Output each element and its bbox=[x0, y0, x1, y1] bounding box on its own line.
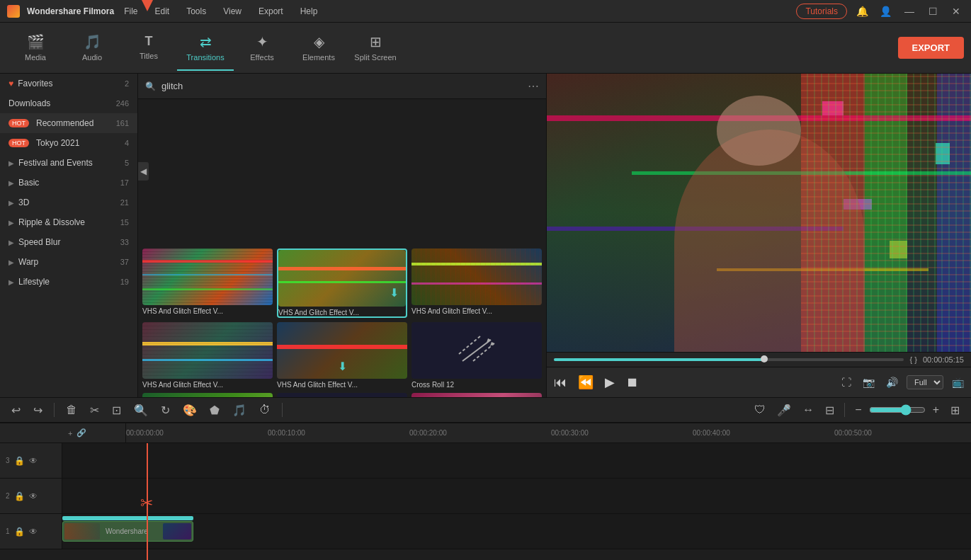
track-eye-1[interactable]: 👁 bbox=[29, 527, 38, 537]
3d-chevron-icon: ▶ bbox=[8, 199, 14, 207]
undo-button[interactable]: ↩ bbox=[7, 401, 25, 420]
thumb-img-9: ♥ bbox=[411, 393, 542, 398]
time-mark-30: 00:00:30:00 bbox=[551, 429, 693, 437]
panel-favorites[interactable]: ♥ Favorites 2 bbox=[0, 74, 137, 93]
track-content-1[interactable]: Wondershare bbox=[62, 514, 971, 549]
panel-warp[interactable]: ▶ Warp 37 bbox=[0, 252, 137, 272]
thumbnail-5[interactable]: ⬇ VHS And Glitch Effect V... bbox=[277, 322, 407, 389]
ripple-chevron-icon: ▶ bbox=[8, 219, 14, 227]
grid-options-icon[interactable]: ⋯ bbox=[528, 79, 539, 93]
track-eye-3[interactable]: 👁 bbox=[29, 456, 38, 466]
video-clip-1[interactable]: Wondershare bbox=[62, 521, 193, 542]
panel-lifestyle[interactable]: ▶ Lifestyle 19 bbox=[0, 272, 137, 292]
render-preview-icon[interactable]: 📺 bbox=[949, 374, 967, 391]
panel-speed-blur[interactable]: ▶ Speed Blur 33 bbox=[0, 232, 137, 252]
zoom-in-icon[interactable]: + bbox=[929, 401, 943, 419]
download-icon-2: ⬇ bbox=[390, 286, 399, 299]
quality-select[interactable]: Full 1/2 1/4 bbox=[907, 375, 943, 389]
cut-button[interactable]: ✂ bbox=[86, 401, 103, 420]
tutorials-button[interactable]: Tutorials bbox=[796, 4, 847, 19]
thumbnail-8[interactable]: VHS And Glitch Effect... bbox=[277, 393, 407, 398]
zoom-out-icon[interactable]: − bbox=[851, 401, 865, 419]
toolbar-audio[interactable]: 🎵 Audio bbox=[64, 25, 120, 71]
panel-basic[interactable]: ▶ Basic 17 bbox=[0, 173, 137, 193]
toolbar-titles[interactable]: T Titles bbox=[120, 25, 177, 71]
shield-icon[interactable]: 🛡 bbox=[750, 401, 770, 419]
panel-ripple[interactable]: ▶ Ripple & Dissolve 15 bbox=[0, 212, 137, 232]
panel-tokyo-left: HOT Tokyo 2021 bbox=[8, 138, 79, 148]
minimize-button[interactable]: — bbox=[904, 6, 914, 17]
thumbnail-9[interactable]: ♥ VHS And Glitch Effect... bbox=[411, 393, 542, 398]
menu-export[interactable]: Export bbox=[256, 5, 286, 18]
transition-add-icon[interactable]: ↔ bbox=[798, 401, 818, 419]
track-eye-2[interactable]: 👁 bbox=[29, 491, 38, 501]
search-input[interactable] bbox=[161, 81, 528, 91]
panel-festival[interactable]: ▶ Festival and Events 5 bbox=[0, 153, 137, 173]
color-button[interactable]: 🎨 bbox=[178, 401, 201, 420]
audio-button[interactable]: 🎵 bbox=[228, 401, 251, 420]
menu-edit[interactable]: Edit bbox=[152, 5, 172, 18]
downloads-label: Downloads bbox=[8, 98, 50, 108]
speed-button[interactable]: ⏱ bbox=[255, 401, 275, 419]
volume-icon[interactable]: 🔊 bbox=[883, 374, 901, 391]
panel-tokyo2021[interactable]: HOT Tokyo 2021 4 bbox=[0, 133, 137, 153]
toolbar-elements[interactable]: ◈ Elements bbox=[290, 25, 347, 71]
thumbnail-7[interactable]: ♥ VHS And Glitch Effect... bbox=[142, 393, 273, 398]
track-row-3: 3 🔒 👁 bbox=[0, 443, 971, 479]
track-content-3[interactable] bbox=[62, 443, 971, 478]
play-button[interactable]: ▶ bbox=[602, 372, 618, 393]
split-screen-label: Split Screen bbox=[354, 53, 396, 62]
menu-file[interactable]: File bbox=[121, 5, 140, 18]
thumbnail-4[interactable]: VHS And Glitch Effect V... bbox=[142, 322, 273, 389]
zoom-fit-button[interactable]: 🔍 bbox=[130, 401, 152, 420]
link-button[interactable]: 🔗 bbox=[76, 428, 86, 438]
toolbar-split-screen[interactable]: ⊞ Split Screen bbox=[347, 25, 404, 71]
toolbar-effects[interactable]: ✦ Effects bbox=[234, 25, 290, 71]
menu-view[interactable]: View bbox=[220, 5, 244, 18]
thumbnail-1[interactable]: VHS And Glitch Effect V... bbox=[142, 248, 273, 318]
step-back-button[interactable]: ⏪ bbox=[575, 372, 596, 393]
toolbar-media[interactable]: 🎬 Media bbox=[7, 25, 64, 71]
track-lock-2[interactable]: 🔒 bbox=[14, 491, 25, 501]
stop-button[interactable]: ⏹ bbox=[623, 372, 642, 393]
add-track-button[interactable]: + bbox=[68, 429, 72, 438]
menu-help[interactable]: Help bbox=[297, 5, 321, 18]
lifestyle-chevron-icon: ▶ bbox=[8, 278, 14, 286]
crop-button[interactable]: ⊡ bbox=[108, 401, 125, 420]
track-lock-1[interactable]: 🔒 bbox=[14, 527, 25, 537]
zoom-slider[interactable] bbox=[869, 404, 926, 416]
fit-timeline-icon[interactable]: ⊞ bbox=[946, 401, 964, 420]
delete-button[interactable]: 🗑 bbox=[62, 401, 81, 419]
user-icon[interactable]: 👤 bbox=[880, 6, 892, 17]
panel-downloads[interactable]: Downloads 246 bbox=[0, 93, 137, 113]
track-lock-3[interactable]: 🔒 bbox=[14, 456, 25, 466]
thumbnail-cross-roll[interactable]: Cross Roll 12 bbox=[411, 322, 542, 389]
panel-3d[interactable]: ▶ 3D 21 bbox=[0, 193, 137, 212]
mic-icon[interactable]: 🎤 bbox=[773, 401, 795, 420]
panel-lifestyle-left: ▶ Lifestyle bbox=[8, 277, 50, 287]
full-screen-icon[interactable]: ⛶ bbox=[839, 374, 854, 391]
redo-button[interactable]: ↪ bbox=[29, 401, 47, 420]
recommended-badge: HOT bbox=[8, 119, 29, 127]
notification-icon[interactable]: 🔔 bbox=[856, 6, 868, 17]
skip-back-button[interactable]: ⏮ bbox=[551, 372, 569, 393]
menu-tools[interactable]: Tools bbox=[183, 5, 209, 18]
close-button[interactable]: ✕ bbox=[952, 6, 960, 17]
maximize-button[interactable]: ☐ bbox=[929, 6, 938, 17]
audio-label: Audio bbox=[82, 53, 102, 62]
toolbar-transitions[interactable]: ⇄ Transitions bbox=[177, 25, 234, 71]
thumbnail-3[interactable]: VHS And Glitch Effect V... bbox=[411, 248, 542, 318]
progress-bar[interactable] bbox=[554, 358, 904, 361]
export-button[interactable]: EXPORT bbox=[898, 37, 964, 59]
screenshot-icon[interactable]: 📷 bbox=[860, 374, 878, 391]
panel-downloads-left: Downloads bbox=[8, 98, 50, 108]
separator-3 bbox=[844, 403, 845, 417]
rotate-button[interactable]: ↻ bbox=[157, 401, 174, 420]
pip-icon[interactable]: ⊟ bbox=[821, 401, 839, 420]
thumbnail-2[interactable]: ⬇ VHS And Glitch Effect V... bbox=[277, 248, 407, 318]
panel-recommended[interactable]: HOT Recommended 161 bbox=[0, 113, 137, 133]
stabilize-button[interactable]: ⬟ bbox=[205, 401, 224, 420]
time-brackets-left: { } bbox=[909, 355, 916, 364]
track-content-2[interactable] bbox=[62, 479, 971, 513]
scroll-left-button[interactable]: ◀ bbox=[138, 162, 149, 181]
